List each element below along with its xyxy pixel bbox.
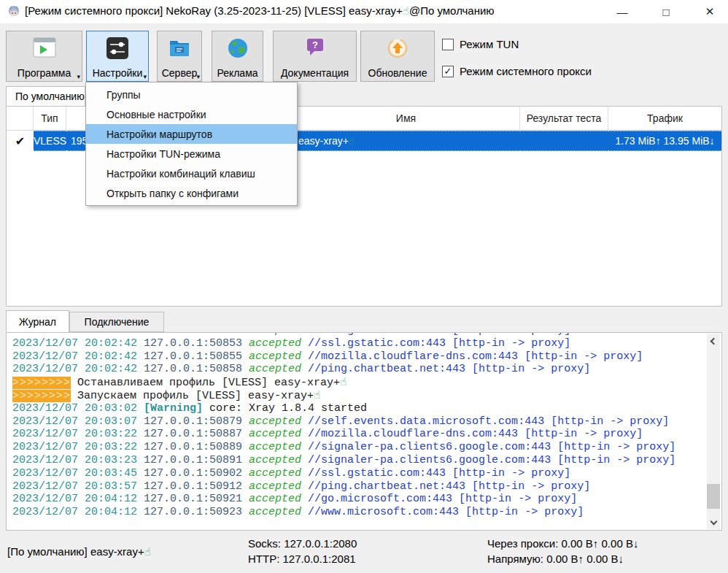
server-button-label: Сервер [162,67,198,79]
log-line: >>>>>>>> Останавливаем профиль [VLESS] e… [12,376,704,389]
column-header-name[interactable]: Имя [293,107,520,131]
log-line: 2023/12/07 20:03:22 127.0.0.1:50887 acce… [12,428,704,441]
row-type-cell[interactable]: VLESS [34,131,66,151]
log-line: 2023/12/07 20:03:02 [Warning] core: Xray… [12,402,704,415]
question-bubble-icon: ? [304,36,326,58]
tun-mode-checkbox-row[interactable]: Режим TUN [442,38,519,50]
status-direct: Напрямую: 0.00 B↑ 0.00 B↓ [487,553,624,565]
column-header-type[interactable]: Тип [34,107,66,131]
log-line: 2023/12/07 20:03:45 127.0.0.1:50902 acce… [12,467,704,480]
scrollbar-thumb[interactable] [707,484,720,509]
tab-journal[interactable]: Журнал [6,310,69,332]
sliders-icon [106,36,129,60]
menu-item[interactable]: Настройки маршрутов [86,124,297,144]
hand-cursor-icon: ☝ [144,545,151,558]
dropdown-arrow-icon: ▾ [143,73,147,80]
status-http: HTTP: 127.0.0.1:2081 [248,553,356,565]
log-line: 2023/12/07 20:03:22 127.0.0.1:50889 acce… [12,441,704,454]
chevron-down-icon [710,518,717,526]
row-active-check-icon: ✔ [7,131,34,151]
status-profile: [По умолчанию] easy-xray+☝ [7,545,151,558]
close-button[interactable]: ✕ [693,0,727,23]
update-button[interactable]: Обновление [360,31,435,82]
menu-item[interactable]: Группы [86,85,297,104]
program-window-icon [32,36,57,58]
settings-dropdown-menu: ГруппыОсновные настройкиНастройки маршру… [85,82,298,206]
log-line: 2023/12/07 20:02:42 127.0.0.1:50858 acce… [12,363,704,376]
log-line-partial: 2023/12/07 20:02:42 127.0.0.1:50853 acce… [12,332,704,337]
documentation-button[interactable]: ? Документация [273,31,357,82]
log-line: 2023/12/07 20:03:07 127.0.0.1:50879 acce… [12,415,704,428]
log-text-area[interactable]: 2023/12/07 20:02:42 127.0.0.1:50853 acce… [12,332,704,530]
log-line: >>>>>>>> Запускаем профиль [VLESS] easy-… [12,389,704,402]
log-line: 2023/12/07 20:04:12 127.0.0.1:50923 acce… [12,506,704,519]
log-line: 2023/12/07 20:02:42 127.0.0.1:50855 acce… [12,350,704,364]
scroll-down-button[interactable] [707,517,720,529]
system-proxy-label: Режим системного прокси [460,65,592,77]
log-line: 2023/12/07 20:04:12 127.0.0.1:50921 acce… [12,493,704,506]
chevron-up-icon [710,338,717,345]
hand-cursor-icon: ☝ [349,135,355,147]
folder-icon [168,36,191,58]
maximize-button[interactable]: □ [649,0,683,23]
log-scrollbar[interactable] [707,334,720,529]
system-proxy-checkbox[interactable]: ✓ [442,66,454,77]
window-title: [Режим системного прокси] NekoRay (3.25-… [25,4,495,18]
system-proxy-checkbox-row[interactable]: ✓ Режим системного прокси [442,65,592,77]
menu-item[interactable]: Основные настройки [86,104,297,124]
row-traffic-cell[interactable]: 1.73 MiB↑ 13.95 MiB↓ [608,131,721,151]
status-via-proxy: Через прокси: 0.00 B↑ 0.00 B↓ [487,537,638,550]
program-button-label: Программа [18,67,71,79]
title-bar: [Режим системного прокси] NekoRay (3.25-… [0,0,728,23]
tab-default-group[interactable]: По умолчанию [6,86,85,107]
checkbox-check-icon: ✓ [444,66,452,77]
row-name-text: easy-xray+ [298,135,349,147]
globe-icon [226,36,249,60]
tun-mode-checkbox[interactable] [442,39,454,50]
program-button[interactable]: Программа ▾ [6,31,82,82]
svg-text:?: ? [312,39,318,50]
log-line: 2023/12/07 20:02:42 127.0.0.1:50853 acce… [12,337,704,350]
documentation-button-label: Документация [281,67,349,79]
log-panel: 2023/12/07 20:02:42 127.0.0.1:50853 acce… [6,332,722,531]
status-socks: Socks: 127.0.0.1:2080 [248,537,357,550]
row-name-cell[interactable]: easy-xray+ ☝ [293,131,520,151]
hand-cursor-icon: ☝ [403,4,409,18]
ads-button[interactable]: Реклама [212,31,263,82]
update-arrow-icon [386,36,409,60]
ads-button-label: Реклама [217,67,257,79]
status-bar: [По умолчанию] easy-xray+☝ Socks: 127.0.… [0,531,728,573]
log-line: 2023/12/07 20:03:57 127.0.0.1:50912 acce… [12,480,704,493]
server-button[interactable]: Сервер ▾ [157,31,202,82]
scroll-up-button[interactable] [707,334,720,346]
menu-item[interactable]: Открыть папку с конфигами [86,183,297,203]
tab-connection[interactable]: Подключение [69,312,164,332]
minimize-button[interactable]: — [605,0,639,23]
column-header-traffic[interactable]: Трафик [608,107,721,131]
column-header-check[interactable] [7,107,34,131]
dropdown-arrow-icon: ▾ [196,73,200,80]
nekoray-app-icon [7,5,20,18]
menu-item[interactable]: Настройки комбинаций клавиш [86,164,297,183]
settings-button-label: Настройки [93,67,143,79]
menu-item[interactable]: Настройки TUN-режима [86,144,297,164]
row-test-result-cell[interactable] [520,131,608,151]
log-line: 2023/12/07 20:03:23 127.0.0.1:50891 acce… [12,454,704,467]
tun-mode-label: Режим TUN [460,38,519,50]
dropdown-arrow-icon: ▾ [77,73,80,80]
column-header-test-result[interactable]: Результат теста [520,107,608,131]
update-button-label: Обновление [368,67,427,79]
settings-button[interactable]: Настройки ▾ [86,31,149,82]
